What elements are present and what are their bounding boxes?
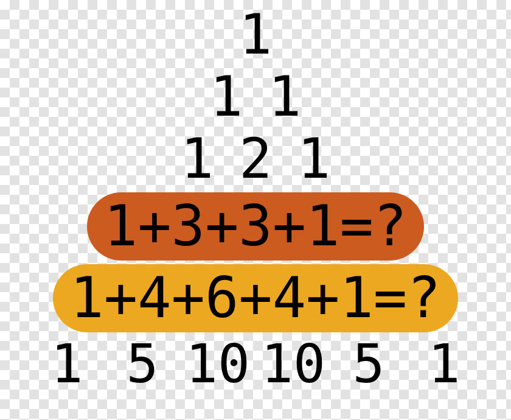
row-sum-expression: 1+3+3+1=? — [104, 198, 408, 254]
triangle-cell: 1 — [29, 337, 105, 391]
triangle-cell: 10 — [255, 337, 331, 391]
triangle-cell: 1 — [168, 131, 226, 186]
triangle-cell: 10 — [180, 337, 255, 391]
row-sum-expression: 1+4+6+4+1=? — [70, 270, 440, 326]
triangle-cell: 1 — [197, 69, 255, 124]
triangle-row-0: 1 — [226, 4, 285, 66]
triangle-cell: 1 — [226, 7, 285, 62]
triangle-cell: 5 — [105, 337, 180, 391]
triangle-cell: 1 — [406, 337, 482, 391]
triangle-row-5: 1 5 10 10 5 1 — [29, 335, 482, 393]
triangle-cell: 1 — [285, 131, 343, 186]
triangle-row-4-sum: 1+4+6+4+1=? — [53, 264, 457, 332]
triangle-row-1: 1 1 — [197, 66, 314, 128]
pascals-triangle: 1 1 1 1 2 1 1+3+3+1=? 1+4+6+4+1=? 1 5 10… — [0, 0, 511, 420]
triangle-cell: 2 — [226, 131, 285, 186]
triangle-row-2: 1 2 1 — [168, 128, 343, 190]
triangle-cell: 1 — [255, 69, 314, 124]
triangle-cell: 5 — [331, 337, 406, 391]
triangle-row-3-sum: 1+3+3+1=? — [87, 192, 425, 261]
